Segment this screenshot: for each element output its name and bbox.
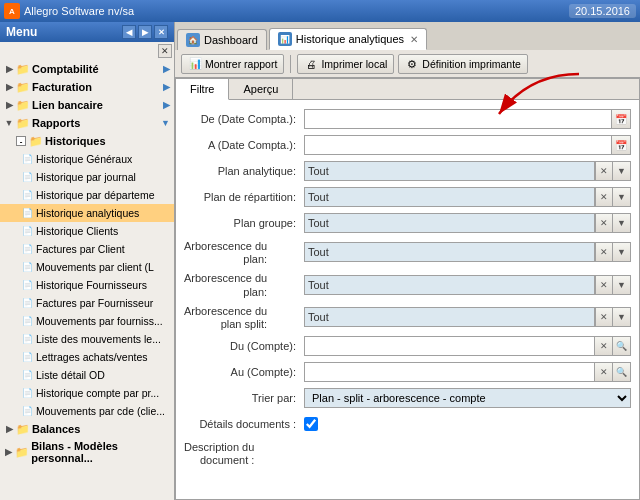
sidebar-close-btn[interactable]: ✕	[158, 44, 172, 58]
plan-repartition-btns: ✕ ▼	[595, 187, 631, 207]
arborescence-plan-2-container: Tout ✕ ▼	[304, 275, 631, 295]
historiques-expand-btn[interactable]: -	[16, 136, 26, 146]
doc-icon-15: 📄	[20, 404, 34, 418]
sidebar-label-historique-analytiques: Historique analytiques	[36, 207, 139, 219]
arborescence-plan-1-dropdown-btn[interactable]: ▼	[613, 242, 631, 262]
sidebar-item-mouvements-cde[interactable]: 📄 Mouvements par cde (clie...	[0, 402, 174, 420]
plan-analytique-dropdown-btn[interactable]: ▼	[613, 161, 631, 181]
plan-analytique-btns: ✕ ▼	[595, 161, 631, 181]
form-row-plan-groupe: Plan groupe: Tout ✕ ▼	[184, 212, 631, 234]
collapse-icon-3: ▶	[4, 100, 14, 110]
arborescence-plan-2-label: Arborescence duplan:	[184, 270, 304, 298]
sidebar-item-historique-clients[interactable]: 📄 Historique Clients	[0, 222, 174, 240]
au-compte-container: ✕ 🔍	[304, 362, 631, 382]
collapse-icon: ▶	[4, 64, 14, 74]
definition-imprimante-button[interactable]: ⚙ Définition imprimante	[398, 54, 528, 74]
sidebar-item-balances[interactable]: ▶ 📁 Balances	[0, 420, 174, 438]
details-documents-checkbox[interactable]	[304, 417, 318, 431]
sidebar-item-historique-journal[interactable]: 📄 Historique par journal	[0, 168, 174, 186]
sidebar-item-liste-detail-od[interactable]: 📄 Liste détail OD	[0, 366, 174, 384]
sidebar-item-bilans[interactable]: ▶ 📁 Bilans - Modèles personnal...	[0, 438, 174, 466]
sidebar-item-lien-bancaire[interactable]: ▶ 📁 Lien bancaire ▶	[0, 96, 174, 114]
imprimer-local-button[interactable]: 🖨 Imprimer local	[297, 54, 394, 74]
sidebar-item-historique-departeme[interactable]: 📄 Historique par départeme	[0, 186, 174, 204]
tab-historique-analytiques[interactable]: 📊 Historique analytiques ✕	[269, 28, 427, 50]
de-date-input[interactable]	[304, 109, 611, 129]
form-row-arborescence-plan-1: Arborescence duplan: Tout ✕ ▼	[184, 238, 631, 266]
doc-icon-10: 📄	[20, 314, 34, 328]
main-panel: Filtre Aperçu	[175, 78, 640, 500]
sidebar-item-rapports[interactable]: ▼ 📁 Rapports ▼	[0, 114, 174, 132]
trier-par-select[interactable]: Plan - split - arborescence - compte	[304, 388, 631, 408]
sidebar-btn-1[interactable]: ◀	[122, 25, 136, 39]
arborescence-split-btns: ✕ ▼	[595, 307, 631, 327]
plan-repartition-field: Tout	[304, 187, 595, 207]
arborescence-plan-1-container: Tout ✕ ▼	[304, 242, 631, 262]
sidebar-item-facturation[interactable]: ▶ 📁 Facturation ▶	[0, 78, 174, 96]
sidebar-item-factures-client[interactable]: 📄 Factures par Client	[0, 240, 174, 258]
a-date-calendar-btn[interactable]: 📅	[611, 135, 631, 155]
arborescence-split-label: Arborescence duplan split:	[184, 303, 304, 331]
arborescence-plan-2-field: Tout	[304, 275, 595, 295]
plan-analytique-container: Tout ✕ ▼	[304, 161, 631, 181]
sidebar-label-liste-detail-od: Liste détail OD	[36, 369, 105, 381]
title-bar: A Allegro Software nv/sa 20.15.2016	[0, 0, 640, 22]
sidebar-label-historique-departeme: Historique par départeme	[36, 189, 154, 201]
sub-tab-apercu[interactable]: Aperçu	[229, 79, 293, 99]
app-date: 20.15.2016	[569, 4, 636, 18]
sidebar-item-comptabilite[interactable]: ▶ 📁 Comptabilité ▶	[0, 60, 174, 78]
au-compte-search-btn[interactable]: 🔍	[613, 362, 631, 382]
plan-repartition-dropdown-btn[interactable]: ▼	[613, 187, 631, 207]
details-documents-label: Détails documents :	[184, 418, 304, 430]
collapse-icon-2: ▶	[4, 82, 14, 92]
sidebar-group-historiques[interactable]: - 📁 Historiques	[0, 132, 174, 150]
arborescence-split-clear-btn[interactable]: ✕	[595, 307, 613, 327]
form-content: De (Date Compta.): 📅 A (Date Compta.): 📅	[176, 100, 639, 499]
au-compte-label: Au (Compte):	[184, 366, 304, 378]
sidebar-btn-2[interactable]: ▶	[138, 25, 152, 39]
sub-tab-filtre[interactable]: Filtre	[176, 79, 229, 100]
sidebar-item-historique-analytiques[interactable]: 📄 Historique analytiques	[0, 204, 174, 222]
du-compte-input[interactable]	[304, 336, 595, 356]
au-compte-clear-btn[interactable]: ✕	[595, 362, 613, 382]
sidebar-title: Menu	[6, 25, 37, 39]
sidebar-item-lettrages[interactable]: 📄 Lettrages achats/ventes	[0, 348, 174, 366]
sidebar-item-factures-fournisseur[interactable]: 📄 Factures par Fournisseur	[0, 294, 174, 312]
sidebar-label-historique-clients: Historique Clients	[36, 225, 118, 237]
sidebar-label-lettrages: Lettrages achats/ventes	[36, 351, 148, 363]
tab-close-btn[interactable]: ✕	[410, 34, 418, 45]
plan-groupe-clear-btn[interactable]: ✕	[595, 213, 613, 233]
arborescence-plan-2-clear-btn[interactable]: ✕	[595, 275, 613, 295]
sidebar-item-liste-mouvements[interactable]: 📄 Liste des mouvements le...	[0, 330, 174, 348]
arborescence-plan-2-dropdown-btn[interactable]: ▼	[613, 275, 631, 295]
plan-groupe-dropdown-btn[interactable]: ▼	[613, 213, 631, 233]
au-compte-input[interactable]	[304, 362, 595, 382]
du-compte-btns: ✕ 🔍	[595, 336, 631, 356]
sidebar-item-mouvements-client[interactable]: 📄 Mouvements par client (L	[0, 258, 174, 276]
plan-analytique-clear-btn[interactable]: ✕	[595, 161, 613, 181]
chart-icon: 📊	[188, 57, 202, 71]
a-date-input[interactable]	[304, 135, 611, 155]
du-compte-clear-btn[interactable]: ✕	[595, 336, 613, 356]
sidebar-item-historique-fournisseurs[interactable]: 📄 Historique Fournisseurs	[0, 276, 174, 294]
collapse-icon-4: ▼	[4, 118, 14, 128]
montrer-rapport-button[interactable]: 📊 Montrer rapport	[181, 54, 284, 74]
du-compte-search-btn[interactable]: 🔍	[613, 336, 631, 356]
sidebar-item-historique-compte[interactable]: 📄 Historique compte par pr...	[0, 384, 174, 402]
form-row-plan-analytique: Plan analytique: Tout ✕ ▼	[184, 160, 631, 182]
plan-repartition-clear-btn[interactable]: ✕	[595, 187, 613, 207]
arborescence-split-dropdown-btn[interactable]: ▼	[613, 307, 631, 327]
plan-repartition-container: Tout ✕ ▼	[304, 187, 631, 207]
sidebar-label-historique-journal: Historique par journal	[36, 171, 136, 183]
sidebar-btn-3[interactable]: ✕	[154, 25, 168, 39]
sub-tab-area: Filtre Aperçu	[176, 79, 639, 100]
de-date-calendar-btn[interactable]: 📅	[611, 109, 631, 129]
plan-analytique-label: Plan analytique:	[184, 165, 304, 177]
arborescence-plan-1-clear-btn[interactable]: ✕	[595, 242, 613, 262]
sidebar-item-mouvements-fourniss[interactable]: 📄 Mouvements par fourniss...	[0, 312, 174, 330]
sub-tab-filtre-label: Filtre	[190, 83, 214, 95]
tab-dashboard[interactable]: 🏠 Dashboard	[177, 29, 267, 50]
sidebar-item-historique-generaux[interactable]: 📄 Historique Généraux	[0, 150, 174, 168]
doc-icon-3: 📄	[20, 188, 34, 202]
doc-icon-8: 📄	[20, 278, 34, 292]
